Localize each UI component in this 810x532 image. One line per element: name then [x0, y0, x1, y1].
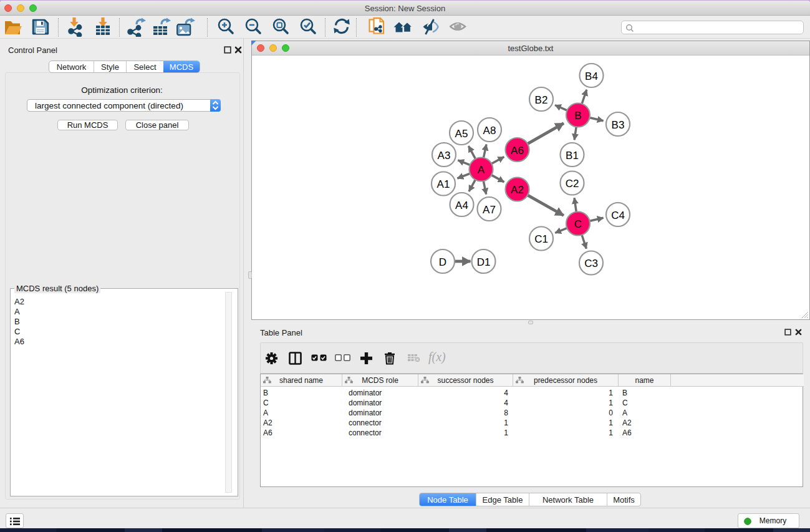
svg-text:C2: C2 [566, 178, 579, 190]
svg-text:A5: A5 [455, 128, 468, 140]
svg-text:C1: C1 [534, 233, 548, 245]
svg-text:A4: A4 [455, 200, 468, 211]
svg-text:B3: B3 [612, 119, 625, 131]
svg-text:A2: A2 [511, 184, 524, 196]
svg-text:A1: A1 [437, 178, 450, 190]
svg-text:A8: A8 [483, 125, 496, 137]
svg-text:A7: A7 [483, 204, 496, 216]
svg-text:C4: C4 [611, 210, 625, 221]
svg-text:B: B [574, 110, 581, 122]
svg-text:A3: A3 [438, 150, 451, 162]
svg-text:D: D [439, 256, 446, 268]
svg-text:A: A [478, 164, 485, 176]
svg-text:A6: A6 [511, 145, 524, 157]
svg-text:C: C [574, 218, 582, 230]
svg-text:B4: B4 [585, 70, 598, 82]
svg-text:C3: C3 [584, 258, 598, 269]
svg-text:B2: B2 [535, 94, 548, 106]
svg-text:B1: B1 [566, 150, 579, 162]
svg-text:D1: D1 [477, 256, 491, 268]
